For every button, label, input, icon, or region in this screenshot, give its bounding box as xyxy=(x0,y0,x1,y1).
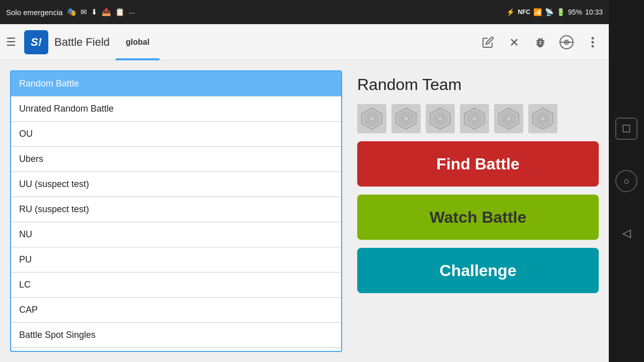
pokemon-slot[interactable] xyxy=(460,104,489,133)
battle-list-item[interactable]: Unrated Random Battle xyxy=(11,97,341,122)
battle-list-item[interactable]: Random Battle xyxy=(11,71,341,97)
hamburger-menu[interactable]: ☰ xyxy=(6,36,16,49)
bluetooth-icon: ⚡ xyxy=(506,8,515,16)
battle-list-item[interactable]: LC xyxy=(11,273,341,298)
app-title: Battle Field xyxy=(54,36,110,49)
android-back-button[interactable]: ◁ xyxy=(615,222,637,244)
android-nav-bar: ☐ ○ ◁ xyxy=(609,0,644,362)
app-name-status: Solo emergencia xyxy=(6,8,63,17)
svg-point-25 xyxy=(540,116,545,121)
battle-list-item[interactable]: Battle Spot Special 17 xyxy=(11,348,341,352)
battle-list-item[interactable]: PU xyxy=(11,247,341,273)
pokemon-slot[interactable] xyxy=(528,104,557,133)
battle-list-item[interactable]: Battle Spot Singles xyxy=(11,323,341,348)
battle-list-item[interactable]: CAP xyxy=(11,298,341,323)
battle-list-item[interactable]: NU xyxy=(11,222,341,247)
battle-list-item[interactable]: OU xyxy=(11,122,341,147)
battle-list-item[interactable]: RU (suspect test) xyxy=(11,197,341,222)
inbox-icon: 📥 xyxy=(102,8,111,17)
download-icon: ⬇ xyxy=(91,8,98,17)
pokemon-slots xyxy=(357,104,599,133)
svg-point-22 xyxy=(506,116,511,121)
wifi-icon: 📡 xyxy=(545,8,553,16)
close-icon[interactable] xyxy=(504,32,524,52)
nfc-icon: NFC xyxy=(518,9,530,16)
clock: 10:33 xyxy=(585,8,603,16)
android-square-button[interactable]: ☐ xyxy=(615,118,637,140)
watch-battle-button[interactable]: Watch Battle xyxy=(357,195,599,240)
pokemon-slot[interactable] xyxy=(426,104,455,133)
right-panel: Random Team Find Battle xyxy=(352,70,599,352)
mail-icon: ✉ xyxy=(80,8,87,17)
app-logo: S! xyxy=(24,30,48,54)
challenge-button[interactable]: Challenge xyxy=(357,248,599,293)
tab-global[interactable]: global xyxy=(116,24,159,60)
svg-point-19 xyxy=(472,116,477,121)
find-battle-button[interactable]: Find Battle xyxy=(357,141,599,187)
main-content: Random BattleUnrated Random BattleOUUber… xyxy=(0,60,609,362)
toolbar: ☰ S! Battle Field global xyxy=(0,24,609,60)
battery-icon: 🔋 xyxy=(556,8,565,16)
team-title: Random Team xyxy=(357,75,599,94)
pokemon-slot[interactable] xyxy=(494,104,523,133)
edit-icon[interactable] xyxy=(478,32,498,52)
svg-point-4 xyxy=(566,41,568,43)
battle-list-item[interactable]: Ubers xyxy=(11,147,341,172)
android-circle-button[interactable]: ○ xyxy=(615,170,637,192)
status-bar: Solo emergencia 🎭 ✉ ⬇ 📥 📋 ··· ⚡ NFC 📶 📡 … xyxy=(0,0,609,24)
person-icon: 🎭 xyxy=(67,8,76,17)
svg-point-6 xyxy=(592,41,594,43)
overflow-menu-icon[interactable] xyxy=(583,32,603,52)
pokemon-slot[interactable] xyxy=(391,104,421,133)
battle-list-item[interactable]: UU (suspect test) xyxy=(11,172,341,197)
battery-percent: 95% xyxy=(568,8,582,16)
battle-list: Random BattleUnrated Random BattleOUUber… xyxy=(10,70,342,352)
clipboard-icon: 📋 xyxy=(115,8,125,17)
svg-point-7 xyxy=(592,45,594,47)
svg-point-16 xyxy=(438,116,443,121)
more-status-icon: ··· xyxy=(129,8,135,17)
pokemon-slot[interactable] xyxy=(357,104,386,133)
svg-point-13 xyxy=(404,116,409,121)
svg-point-10 xyxy=(369,116,374,121)
svg-point-5 xyxy=(592,37,594,39)
pokeball-icon[interactable] xyxy=(556,32,577,52)
bug-icon[interactable] xyxy=(530,32,550,52)
signal-icon: 📶 xyxy=(533,8,542,16)
